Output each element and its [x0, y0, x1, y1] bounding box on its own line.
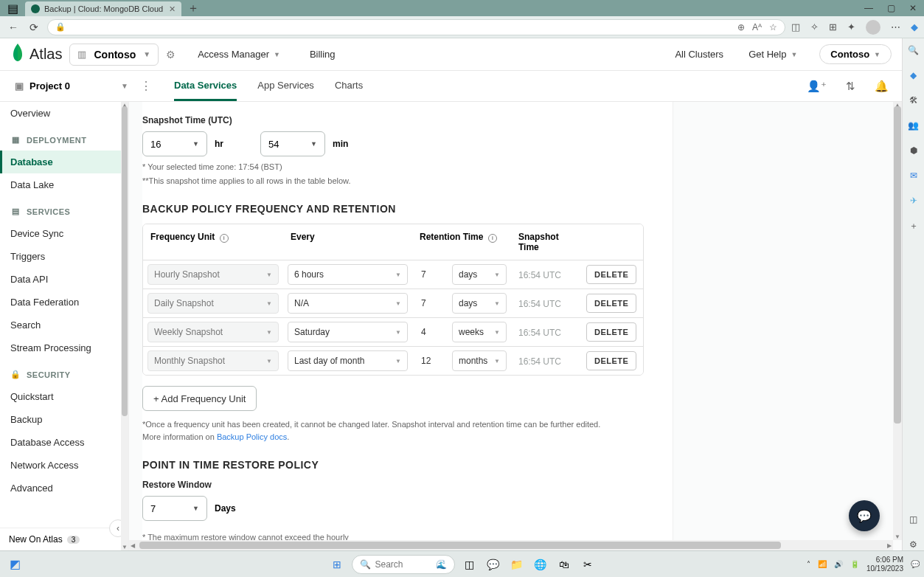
sidebar-item-backup[interactable]: Backup [0, 408, 122, 431]
task-view-icon[interactable]: ◫ [461, 556, 479, 573]
sidebar-item-quickstart[interactable]: Quickstart [0, 385, 122, 408]
invite-icon[interactable]: 👤⁺ [807, 80, 827, 93]
freq-unit-select[interactable]: Hourly Snapshot▼ [147, 264, 279, 285]
scroll-thumb[interactable] [122, 106, 128, 416]
zoom-icon[interactable]: ⊕ [737, 22, 745, 32]
atlas-logo[interactable]: Atlas [10, 44, 62, 66]
collections-icon[interactable]: ⊞ [829, 21, 837, 32]
tray-chevron-icon[interactable]: ˄ [807, 560, 810, 568]
edge-tag-icon[interactable]: ◆ [908, 69, 920, 81]
info-icon[interactable]: i [220, 234, 229, 243]
retention-number-input[interactable] [417, 264, 443, 285]
tray-volume-icon[interactable]: 🔊 [834, 560, 843, 568]
scroll-thumb[interactable] [894, 106, 901, 424]
freq-unit-select[interactable]: Weekly Snapshot▼ [147, 322, 279, 342]
sidebar-item-stream[interactable]: Stream Processing [0, 336, 122, 359]
edge-settings-icon[interactable]: ⚙ [908, 539, 920, 550]
chat-fab[interactable]: 💬 [849, 500, 880, 531]
sidebar-item-advanced[interactable]: Advanced [0, 477, 122, 500]
delete-button[interactable]: DELETE [586, 322, 636, 342]
restore-window-select[interactable]: 7 ▼ [142, 496, 207, 521]
activity-icon[interactable]: ⇅ [846, 80, 855, 93]
more-icon[interactable]: ⋯ [891, 21, 900, 32]
edge-office-icon[interactable]: ⬢ [908, 145, 920, 156]
backup-policy-docs-link[interactable]: Backup Policy docs [217, 432, 287, 441]
freq-unit-select[interactable]: Daily Snapshot▼ [147, 293, 279, 314]
start-button[interactable]: ⊞ [328, 556, 346, 573]
favorites-bar-icon[interactable]: ✧ [810, 21, 819, 32]
main-hscrollbar[interactable]: ◀ ▶ [129, 540, 893, 550]
sidebar-scrollbar[interactable]: ▲ ▼ [121, 102, 128, 550]
tab-app-services[interactable]: App Services [257, 72, 314, 101]
profile-avatar[interactable] [866, 20, 880, 35]
tab-actions-icon[interactable]: ▤ [0, 0, 25, 16]
get-help-link[interactable]: Get Help ▼ [748, 49, 797, 60]
reader-icon[interactable]: Aᴬ [752, 22, 762, 32]
tray-clock[interactable]: 6:06 PM 10/19/2023 [866, 556, 903, 573]
address-bar[interactable]: 🔒 ⊕ Aᴬ ☆ [47, 19, 785, 35]
taskbar-app-snip[interactable]: ✂ [579, 556, 597, 573]
delete-button[interactable]: DELETE [586, 265, 636, 284]
tray-notifications-icon[interactable]: 💬 [911, 560, 920, 568]
retention-unit-select[interactable]: weeks▼ [452, 322, 507, 342]
sidebar-item-data-api[interactable]: Data API [0, 268, 122, 291]
every-select[interactable]: Last day of month▼ [288, 350, 408, 371]
scroll-down-icon[interactable]: ▼ [121, 544, 128, 550]
sidebar-new-on-atlas[interactable]: New On Atlas 3 [0, 528, 122, 550]
window-close[interactable]: ✕ [902, 3, 924, 13]
snapshot-hour-select[interactable]: 16 ▼ [142, 131, 207, 156]
retention-number-input[interactable] [417, 322, 443, 342]
info-icon[interactable]: i [488, 234, 497, 243]
tab-data-services[interactable]: Data Services [174, 72, 237, 101]
add-frequency-button[interactable]: + Add Frequency Unit [142, 386, 257, 411]
project-menu-icon[interactable]: ⋮ [133, 79, 159, 93]
tab-close-icon[interactable]: ✕ [169, 4, 176, 14]
account-menu[interactable]: Contoso ▼ [819, 44, 892, 64]
new-tab-button[interactable]: ＋ [187, 1, 199, 16]
edge-search-icon[interactable]: 🔍 [908, 44, 920, 56]
org-switcher[interactable]: ▥ Contoso ▼ [69, 44, 159, 66]
sidebar-item-database[interactable]: Database [0, 151, 122, 173]
taskbar-app-teams[interactable]: 💬 [484, 556, 502, 573]
edge-tool-icon[interactable]: 🛠 [908, 94, 920, 106]
retention-unit-select[interactable]: days▼ [452, 264, 507, 285]
scroll-thumb[interactable] [139, 542, 781, 549]
sidebar-item-database-access[interactable]: Database Access [0, 431, 122, 454]
widgets-icon[interactable]: ◩ [0, 557, 29, 571]
freq-unit-select[interactable]: Monthly Snapshot▼ [147, 350, 279, 371]
org-settings-icon[interactable]: ⚙ [166, 49, 176, 61]
delete-button[interactable]: DELETE [586, 351, 636, 370]
refresh-icon[interactable]: ⟳ [27, 21, 41, 33]
back-icon[interactable]: ← [6, 21, 21, 33]
edge-add-icon[interactable]: ＋ [908, 220, 920, 232]
retention-number-input[interactable] [417, 350, 443, 371]
sidebar-item-triggers[interactable]: Triggers [0, 245, 122, 268]
snapshot-minute-select[interactable]: 54 ▼ [260, 131, 325, 156]
sidebar-item-data-federation[interactable]: Data Federation [0, 291, 122, 314]
tab-charts[interactable]: Charts [335, 72, 363, 101]
sidebar-item-device-sync[interactable]: Device Sync [0, 222, 122, 245]
project-switcher[interactable]: ▣ Project 0 ▼ [0, 80, 133, 91]
extensions-icon[interactable]: ✦ [847, 21, 855, 32]
scroll-down-icon[interactable]: ▼ [893, 533, 902, 540]
browser-tab[interactable]: Backup | Cloud: MongoDB Cloud ✕ [25, 1, 181, 16]
every-select[interactable]: N/A▼ [288, 293, 408, 314]
every-select[interactable]: Saturday▼ [288, 322, 408, 342]
billing-link[interactable]: Billing [310, 49, 336, 60]
taskbar-app-edge[interactable]: 🌐 [532, 556, 549, 573]
main-scrollbar[interactable]: ▲ ▼ [893, 102, 902, 540]
sidebar-item-overview[interactable]: Overview [0, 102, 122, 125]
split-screen-icon[interactable]: ◫ [791, 21, 800, 32]
favorite-icon[interactable]: ☆ [769, 22, 777, 32]
copilot-icon[interactable]: ◆ [911, 21, 918, 32]
retention-unit-select[interactable]: months▼ [452, 350, 507, 371]
taskbar-search[interactable]: 🔍 Search 🌊 [352, 555, 455, 574]
tray-battery-icon[interactable]: 🔋 [850, 560, 859, 568]
sidebar-item-data-lake[interactable]: Data Lake [0, 173, 122, 196]
window-minimize[interactable]: — [858, 3, 880, 13]
scroll-left-icon[interactable]: ◀ [131, 540, 135, 550]
taskbar-app-explorer[interactable]: 📁 [508, 556, 526, 573]
bell-icon[interactable]: 🔔 [875, 80, 889, 93]
retention-number-input[interactable] [417, 293, 443, 314]
edge-send-icon[interactable]: ✈ [908, 195, 920, 207]
